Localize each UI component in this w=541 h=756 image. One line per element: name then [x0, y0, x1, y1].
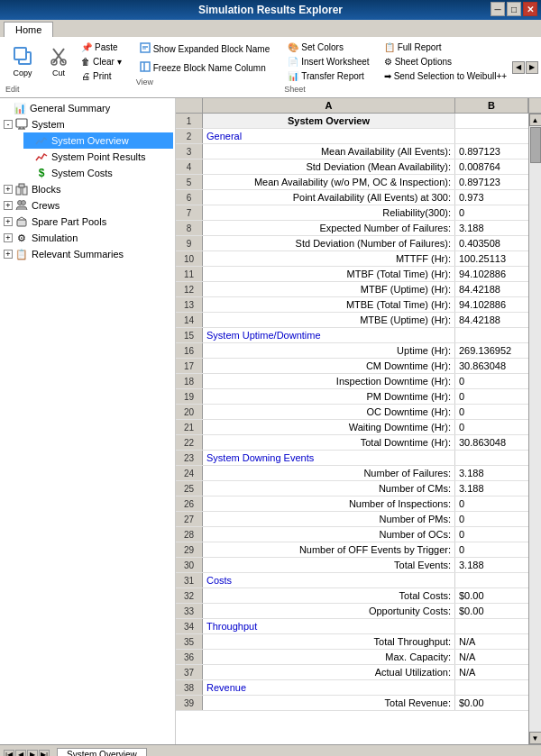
home-tab[interactable]: Home: [4, 22, 53, 37]
table-row[interactable]: 38Revenue: [176, 680, 528, 696]
cut-button[interactable]: Cut: [41, 41, 76, 80]
cell-a[interactable]: System Downing Events: [203, 451, 455, 465]
cell-b[interactable]: 0: [455, 405, 528, 419]
close-button[interactable]: ✕: [523, 2, 537, 16]
cell-b[interactable]: 0: [455, 527, 528, 542]
insert-worksheet-button[interactable]: 📄 Insert Worksheet: [284, 55, 372, 68]
cell-a[interactable]: MTTFF (Hr):: [203, 251, 455, 266]
cell-b[interactable]: 0: [455, 205, 528, 220]
set-colors-button[interactable]: 🎨 Set Colors: [284, 41, 372, 54]
cell-a[interactable]: MTBE (Uptime) (Hr):: [203, 313, 455, 327]
cell-a[interactable]: Total Costs:: [203, 588, 455, 603]
cell-b[interactable]: $0.00: [455, 588, 528, 603]
table-row[interactable]: 28Number of OCs:0: [176, 527, 528, 542]
cell-a[interactable]: Number of Inspections:: [203, 496, 455, 511]
table-row[interactable]: 27Number of PMs:0: [176, 512, 528, 527]
cell-b[interactable]: [455, 129, 528, 143]
cell-b[interactable]: 3.188: [455, 466, 528, 480]
cell-a[interactable]: Total Downtime (Hr):: [203, 435, 455, 450]
cell-b[interactable]: 30.863048: [455, 359, 528, 373]
table-row[interactable]: 14MTBE (Uptime) (Hr):84.42188: [176, 313, 528, 328]
print-button[interactable]: 🖨 Print: [78, 69, 125, 83]
cell-a[interactable]: Uptime (Hr):: [203, 343, 455, 358]
table-row[interactable]: 15System Uptime/Downtime: [176, 328, 528, 343]
cell-a[interactable]: Opportunity Costs:: [203, 604, 455, 618]
table-row[interactable]: 31Costs: [176, 573, 528, 588]
cell-a[interactable]: Number of CMs:: [203, 481, 455, 496]
tree-item-system-point-results[interactable]: System Point Results: [23, 149, 173, 165]
sheet-tab-system-overview[interactable]: System Overview: [57, 748, 147, 756]
cell-b[interactable]: 269.136952: [455, 343, 528, 358]
table-row[interactable]: 37Actual Utilization:N/A: [176, 665, 528, 680]
cell-b[interactable]: 84.42188: [455, 282, 528, 296]
table-row[interactable]: 35Total Throughput:N/A: [176, 634, 528, 650]
table-row[interactable]: 32Total Costs:$0.00: [176, 588, 528, 604]
cell-a[interactable]: MTBF (Total Time) (Hr):: [203, 267, 455, 281]
scroll-down-button[interactable]: ▼: [529, 732, 542, 744]
cell-b[interactable]: [455, 328, 528, 342]
table-row[interactable]: 33Opportunity Costs:$0.00: [176, 604, 528, 619]
cell-b[interactable]: 0.897123: [455, 175, 528, 189]
cell-a[interactable]: Mean Availability (w/o PM, OC & Inspecti…: [203, 175, 455, 189]
crews-expand[interactable]: +: [4, 201, 13, 210]
cell-b[interactable]: 84.42188: [455, 313, 528, 327]
tab-scroll-prev[interactable]: ◀: [15, 750, 26, 757]
table-row[interactable]: 9Std Deviation (Number of Failures):0.40…: [176, 236, 528, 251]
tab-scroll-first[interactable]: |◀: [4, 750, 14, 757]
cell-b[interactable]: [455, 114, 528, 128]
cell-a[interactable]: General: [203, 129, 455, 143]
cell-b[interactable]: [455, 451, 528, 465]
cell-a[interactable]: Waiting Downtime (Hr):: [203, 420, 455, 434]
table-row[interactable]: 17CM Downtime (Hr):30.863048: [176, 359, 528, 374]
table-row[interactable]: 26Number of Inspections:0: [176, 496, 528, 512]
cell-a[interactable]: Inspection Downtime (Hr):: [203, 374, 455, 388]
cell-b[interactable]: [455, 680, 528, 695]
ribbon-scroll-right[interactable]: ▶: [526, 61, 538, 74]
minimize-button[interactable]: ─: [491, 2, 505, 16]
table-row[interactable]: 36Max. Capacity:N/A: [176, 650, 528, 665]
copy-button[interactable]: Copy: [5, 41, 40, 80]
cell-a[interactable]: Actual Utilization:: [203, 665, 455, 679]
table-row[interactable]: 16Uptime (Hr):269.136952: [176, 343, 528, 359]
transfer-report-button[interactable]: 📊 Transfer Report: [284, 69, 372, 83]
cell-b[interactable]: 3.188: [455, 221, 528, 235]
table-row[interactable]: 34Throughput: [176, 619, 528, 634]
table-row[interactable]: 24Number of Failures:3.188: [176, 466, 528, 481]
table-row[interactable]: 7Reliability(300):0: [176, 205, 528, 221]
table-row[interactable]: 19PM Downtime (Hr):0: [176, 389, 528, 405]
full-report-button[interactable]: 📋 Full Report: [381, 41, 510, 54]
table-row[interactable]: 4Std Deviation (Mean Availability):0.008…: [176, 159, 528, 175]
relevant-summaries-expand[interactable]: +: [4, 250, 13, 259]
scroll-thumb[interactable]: [530, 127, 541, 163]
spare-part-pools-expand[interactable]: +: [4, 217, 13, 226]
table-row[interactable]: 21Waiting Downtime (Hr):0: [176, 420, 528, 435]
tree-item-general-summary[interactable]: 📊 General Summary: [2, 100, 173, 116]
ribbon-scroll-left[interactable]: ◀: [512, 61, 525, 74]
cell-a[interactable]: Throughput: [203, 619, 455, 633]
tab-scroll-next[interactable]: ▶: [27, 750, 38, 757]
cell-a[interactable]: Number of OFF Events by Trigger:: [203, 542, 455, 557]
cell-a[interactable]: System Uptime/Downtime: [203, 328, 455, 342]
table-row[interactable]: 1System Overview: [176, 114, 528, 129]
freeze-block-name-button[interactable]: Freeze Block Name Column: [136, 59, 274, 76]
cell-a[interactable]: Std Deviation (Number of Failures):: [203, 236, 455, 250]
cell-b[interactable]: 3.188: [455, 558, 528, 572]
tree-item-blocks[interactable]: + Blocks: [2, 181, 173, 197]
cell-a[interactable]: Total Events:: [203, 558, 455, 572]
cell-b[interactable]: 0.403508: [455, 236, 528, 250]
vertical-scrollbar[interactable]: ▲ ▼: [528, 114, 541, 744]
cell-b[interactable]: 0: [455, 512, 528, 526]
cell-a[interactable]: MTBE (Total Time) (Hr):: [203, 297, 455, 312]
table-row[interactable]: 5Mean Availability (w/o PM, OC & Inspect…: [176, 175, 528, 190]
table-row[interactable]: 11MTBF (Total Time) (Hr):94.102886: [176, 267, 528, 282]
cell-b[interactable]: 0: [455, 420, 528, 434]
tree-item-simulation[interactable]: + ⚙ Simulation: [2, 230, 173, 246]
tree-item-relevant-summaries[interactable]: + 📋 Relevant Summaries: [2, 246, 173, 262]
cell-a[interactable]: Expected Number of Failures:: [203, 221, 455, 235]
cell-b[interactable]: 3.188: [455, 481, 528, 496]
simulation-expand[interactable]: +: [4, 233, 13, 242]
clear-button[interactable]: 🗑 Clear ▾: [78, 55, 125, 68]
cell-a[interactable]: Number of Failures:: [203, 466, 455, 480]
table-row[interactable]: 3Mean Availability (All Events):0.897123: [176, 144, 528, 159]
cell-b[interactable]: 0: [455, 374, 528, 388]
